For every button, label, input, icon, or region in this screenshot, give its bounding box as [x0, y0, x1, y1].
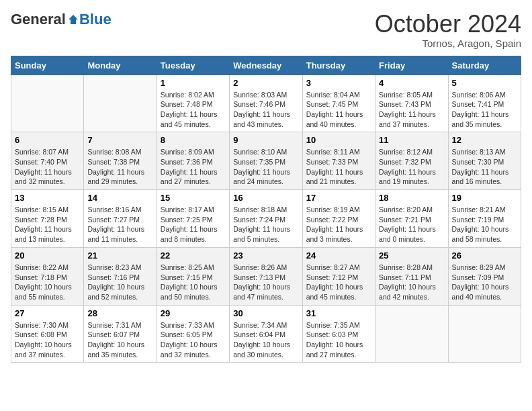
day-number: 26 [452, 250, 517, 261]
weekday-header-sunday: Sunday [11, 56, 84, 75]
day-info: Sunrise: 8:25 AM Sunset: 7:15 PM Dayligh… [161, 263, 226, 302]
weekday-header-row: SundayMondayTuesdayWednesdayThursdayFrid… [11, 56, 521, 75]
day-info: Sunrise: 8:11 AM Sunset: 7:33 PM Dayligh… [306, 147, 371, 187]
weekday-header-thursday: Thursday [302, 56, 375, 75]
day-number: 29 [161, 308, 226, 318]
day-number: 2 [233, 78, 298, 88]
day-number: 10 [306, 135, 371, 145]
calendar-cell: 25Sunrise: 8:28 AM Sunset: 7:11 PM Dayli… [375, 247, 448, 305]
calendar-week-row: 1Sunrise: 8:02 AM Sunset: 7:48 PM Daylig… [11, 75, 521, 132]
calendar-cell: 3Sunrise: 8:04 AM Sunset: 7:45 PM Daylig… [302, 75, 375, 132]
day-number: 7 [87, 135, 152, 145]
day-info: Sunrise: 8:08 AM Sunset: 7:38 PM Dayligh… [87, 147, 152, 187]
calendar-cell: 14Sunrise: 8:16 AM Sunset: 7:27 PM Dayli… [84, 190, 157, 248]
month-title: October 2024 [375, 11, 521, 38]
day-info: Sunrise: 8:12 AM Sunset: 7:32 PM Dayligh… [379, 147, 444, 187]
calendar-cell [84, 75, 157, 132]
day-number: 16 [233, 193, 298, 203]
calendar-cell: 8Sunrise: 8:09 AM Sunset: 7:36 PM Daylig… [157, 132, 229, 190]
weekday-header-tuesday: Tuesday [157, 56, 229, 75]
day-info: Sunrise: 8:02 AM Sunset: 7:48 PM Dayligh… [161, 90, 226, 130]
day-info: Sunrise: 8:10 AM Sunset: 7:35 PM Dayligh… [233, 147, 298, 187]
day-info: Sunrise: 8:20 AM Sunset: 7:21 PM Dayligh… [379, 205, 444, 244]
day-info: Sunrise: 7:34 AM Sunset: 6:04 PM Dayligh… [233, 320, 298, 360]
calendar-cell [375, 305, 448, 363]
calendar-cell: 16Sunrise: 8:18 AM Sunset: 7:24 PM Dayli… [230, 190, 302, 248]
calendar-cell: 28Sunrise: 7:31 AM Sunset: 6:07 PM Dayli… [84, 305, 157, 363]
day-info: Sunrise: 8:21 AM Sunset: 7:19 PM Dayligh… [452, 205, 517, 244]
calendar-cell: 26Sunrise: 8:29 AM Sunset: 7:09 PM Dayli… [448, 247, 521, 305]
calendar-cell: 17Sunrise: 8:19 AM Sunset: 7:22 PM Dayli… [302, 190, 375, 248]
calendar-cell: 21Sunrise: 8:23 AM Sunset: 7:16 PM Dayli… [84, 247, 157, 305]
day-info: Sunrise: 8:09 AM Sunset: 7:36 PM Dayligh… [161, 147, 226, 187]
calendar-cell: 27Sunrise: 7:30 AM Sunset: 6:08 PM Dayli… [11, 305, 84, 363]
day-info: Sunrise: 8:23 AM Sunset: 7:16 PM Dayligh… [87, 263, 152, 302]
calendar-cell: 4Sunrise: 8:05 AM Sunset: 7:43 PM Daylig… [375, 75, 448, 132]
calendar-cell: 24Sunrise: 8:27 AM Sunset: 7:12 PM Dayli… [302, 247, 375, 305]
day-info: Sunrise: 8:03 AM Sunset: 7:46 PM Dayligh… [233, 90, 298, 130]
calendar-cell: 19Sunrise: 8:21 AM Sunset: 7:19 PM Dayli… [448, 190, 521, 248]
day-number: 25 [379, 250, 444, 261]
title-block: October 2024 Tornos, Aragon, Spain [375, 11, 521, 49]
day-info: Sunrise: 8:15 AM Sunset: 7:28 PM Dayligh… [15, 205, 80, 244]
day-info: Sunrise: 8:22 AM Sunset: 7:18 PM Dayligh… [15, 263, 80, 302]
day-number: 12 [452, 135, 517, 145]
day-info: Sunrise: 7:31 AM Sunset: 6:07 PM Dayligh… [87, 320, 152, 360]
day-number: 30 [233, 308, 298, 318]
day-info: Sunrise: 8:06 AM Sunset: 7:41 PM Dayligh… [452, 90, 517, 130]
day-number: 18 [379, 193, 444, 203]
day-number: 14 [87, 193, 152, 203]
logo-icon [67, 13, 79, 26]
day-number: 13 [15, 193, 80, 203]
calendar-week-row: 6Sunrise: 8:07 AM Sunset: 7:40 PM Daylig… [11, 132, 521, 190]
weekday-header-saturday: Saturday [448, 56, 521, 75]
calendar-week-row: 20Sunrise: 8:22 AM Sunset: 7:18 PM Dayli… [11, 247, 521, 305]
page-header: General Blue October 2024 Tornos, Aragon… [11, 11, 521, 49]
day-number: 3 [306, 78, 371, 88]
location: Tornos, Aragon, Spain [375, 38, 521, 49]
calendar-cell: 29Sunrise: 7:33 AM Sunset: 6:05 PM Dayli… [157, 305, 229, 363]
day-number: 11 [379, 135, 444, 145]
day-info: Sunrise: 8:27 AM Sunset: 7:12 PM Dayligh… [306, 263, 371, 302]
day-info: Sunrise: 8:05 AM Sunset: 7:43 PM Dayligh… [379, 90, 444, 130]
day-number: 21 [87, 250, 152, 261]
calendar-cell: 18Sunrise: 8:20 AM Sunset: 7:21 PM Dayli… [375, 190, 448, 248]
calendar-cell: 10Sunrise: 8:11 AM Sunset: 7:33 PM Dayli… [302, 132, 375, 190]
logo-blue-text: Blue [79, 11, 112, 28]
day-info: Sunrise: 7:33 AM Sunset: 6:05 PM Dayligh… [161, 320, 226, 360]
day-number: 5 [452, 78, 517, 88]
day-number: 4 [379, 78, 444, 88]
calendar-week-row: 13Sunrise: 8:15 AM Sunset: 7:28 PM Dayli… [11, 190, 521, 248]
day-number: 22 [161, 250, 226, 261]
calendar-cell: 6Sunrise: 8:07 AM Sunset: 7:40 PM Daylig… [11, 132, 84, 190]
calendar-table: SundayMondayTuesdayWednesdayThursdayFrid… [11, 56, 521, 363]
day-number: 28 [87, 308, 152, 318]
calendar-cell: 23Sunrise: 8:26 AM Sunset: 7:13 PM Dayli… [230, 247, 302, 305]
calendar-cell: 11Sunrise: 8:12 AM Sunset: 7:32 PM Dayli… [375, 132, 448, 190]
calendar-cell: 13Sunrise: 8:15 AM Sunset: 7:28 PM Dayli… [11, 190, 84, 248]
day-number: 24 [306, 250, 371, 261]
day-number: 23 [233, 250, 298, 261]
day-info: Sunrise: 8:19 AM Sunset: 7:22 PM Dayligh… [306, 205, 371, 244]
calendar-cell: 15Sunrise: 8:17 AM Sunset: 7:25 PM Dayli… [157, 190, 229, 248]
day-info: Sunrise: 8:13 AM Sunset: 7:30 PM Dayligh… [452, 147, 517, 187]
day-number: 6 [15, 135, 80, 145]
calendar-cell: 1Sunrise: 8:02 AM Sunset: 7:48 PM Daylig… [157, 75, 229, 132]
day-info: Sunrise: 8:26 AM Sunset: 7:13 PM Dayligh… [233, 263, 298, 302]
day-info: Sunrise: 8:29 AM Sunset: 7:09 PM Dayligh… [452, 263, 517, 302]
calendar-cell: 31Sunrise: 7:35 AM Sunset: 6:03 PM Dayli… [302, 305, 375, 363]
calendar-week-row: 27Sunrise: 7:30 AM Sunset: 6:08 PM Dayli… [11, 305, 521, 363]
calendar-cell: 12Sunrise: 8:13 AM Sunset: 7:30 PM Dayli… [448, 132, 521, 190]
weekday-header-wednesday: Wednesday [230, 56, 302, 75]
day-info: Sunrise: 7:30 AM Sunset: 6:08 PM Dayligh… [15, 320, 80, 360]
weekday-header-monday: Monday [84, 56, 157, 75]
day-info: Sunrise: 7:35 AM Sunset: 6:03 PM Dayligh… [306, 320, 371, 360]
calendar-cell: 20Sunrise: 8:22 AM Sunset: 7:18 PM Dayli… [11, 247, 84, 305]
day-number: 1 [161, 78, 226, 88]
calendar-cell [11, 75, 84, 132]
day-number: 8 [161, 135, 226, 145]
calendar-cell [448, 305, 521, 363]
day-number: 27 [15, 308, 80, 318]
day-info: Sunrise: 8:18 AM Sunset: 7:24 PM Dayligh… [233, 205, 298, 244]
day-number: 15 [161, 193, 226, 203]
